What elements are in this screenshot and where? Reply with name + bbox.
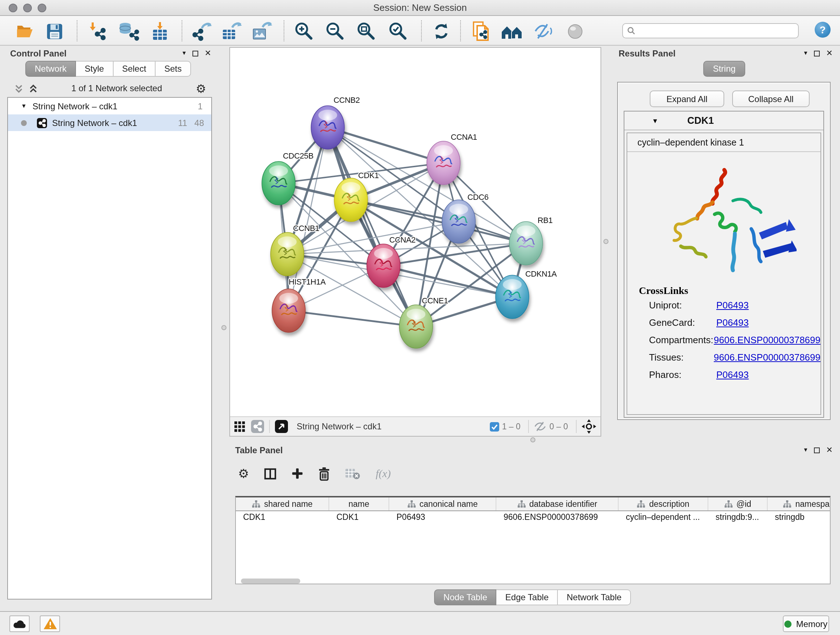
search-field[interactable] bbox=[622, 23, 799, 38]
collapse-all-icon[interactable] bbox=[14, 84, 23, 93]
selected-checkbox-icon[interactable] bbox=[490, 422, 499, 431]
add-column-icon[interactable] bbox=[292, 468, 303, 479]
network-node-CCNB1[interactable] bbox=[271, 233, 304, 276]
cell-namespace[interactable]: stringdb bbox=[767, 511, 831, 525]
network-node-CCNA2[interactable] bbox=[367, 244, 400, 287]
column-header-@id[interactable]: @id bbox=[708, 497, 767, 510]
tab-string[interactable]: String bbox=[704, 61, 745, 77]
cell-canonical-name[interactable]: P06493 bbox=[389, 511, 496, 525]
column-header-shared-name[interactable]: shared name bbox=[236, 497, 329, 510]
horizontal-scrollbar[interactable] bbox=[241, 578, 300, 584]
crosslink-link[interactable]: P06493 bbox=[716, 317, 749, 328]
splitter-handle[interactable] bbox=[603, 239, 608, 244]
panel-close-icon[interactable]: ✕ bbox=[205, 49, 211, 57]
open-session-icon[interactable] bbox=[16, 21, 35, 41]
string-glass-off-icon[interactable] bbox=[533, 21, 554, 41]
edge-CCNB2-CCNE1[interactable] bbox=[328, 127, 416, 326]
collection-expander-icon[interactable]: ▼ bbox=[21, 103, 27, 109]
column-header-canonical-name[interactable]: canonical name bbox=[389, 497, 496, 510]
delete-column-icon[interactable] bbox=[319, 467, 330, 480]
network-node-CDK1[interactable] bbox=[334, 178, 368, 222]
tab-style[interactable]: Style bbox=[76, 61, 113, 77]
network-node-CDKN1A[interactable] bbox=[496, 275, 529, 318]
grid-view-icon[interactable] bbox=[234, 421, 245, 432]
tab-select[interactable]: Select bbox=[113, 61, 156, 77]
panel-menu-icon[interactable]: ▾ bbox=[804, 447, 807, 453]
zoom-fit-icon[interactable] bbox=[356, 21, 376, 41]
cell-@id[interactable]: stringdb:9... bbox=[708, 511, 767, 525]
column-header-description[interactable]: description bbox=[619, 497, 708, 510]
tab-sets[interactable]: Sets bbox=[156, 61, 191, 77]
column-header-name[interactable]: name bbox=[329, 497, 389, 510]
edge-CCNB2-CCNA1[interactable] bbox=[328, 127, 444, 163]
network-node-CCNE1[interactable] bbox=[399, 305, 433, 348]
search-input[interactable] bbox=[638, 25, 794, 36]
network-node-CCNB2[interactable] bbox=[311, 106, 344, 149]
tab-network-table[interactable]: Network Table bbox=[558, 589, 631, 605]
zoom-out-icon[interactable] bbox=[325, 21, 345, 41]
import-table-file-icon[interactable] bbox=[150, 21, 169, 41]
cell-shared-name[interactable]: CDK1 bbox=[236, 511, 329, 525]
network-node-CDC6[interactable] bbox=[442, 200, 475, 243]
tab-node-table[interactable]: Node Table bbox=[434, 589, 497, 605]
cell-description[interactable]: cyclin–dependent ... bbox=[619, 511, 708, 525]
collapse-all-button[interactable]: Collapse All bbox=[732, 90, 810, 107]
string-home-icon[interactable] bbox=[501, 21, 523, 41]
network-row[interactable]: String Network – cdk1 11 48 bbox=[8, 114, 211, 131]
network-canvas[interactable]: CCNB2CCNA1CDC25BCDK1CDC6RB1CCNB1CCNA2CDK… bbox=[230, 48, 600, 416]
show-columns-icon[interactable] bbox=[264, 467, 277, 480]
memory-button[interactable]: Memory bbox=[783, 616, 829, 632]
delete-table-icon[interactable] bbox=[346, 467, 361, 480]
panel-float-icon[interactable] bbox=[814, 447, 820, 453]
export-image-icon[interactable] bbox=[252, 21, 273, 41]
hidden-eye-icon[interactable] bbox=[534, 421, 546, 432]
panel-menu-icon[interactable]: ▾ bbox=[804, 50, 807, 57]
network-node-RB1[interactable] bbox=[509, 222, 543, 265]
panel-float-icon[interactable] bbox=[193, 50, 198, 56]
crosslink-link[interactable]: P06493 bbox=[716, 369, 749, 380]
column-header-database-identifier[interactable]: database identifier bbox=[496, 497, 619, 510]
cloud-status-button[interactable] bbox=[9, 616, 30, 632]
protein-expander-icon[interactable]: ▼ bbox=[652, 117, 658, 124]
zoom-selected-icon[interactable] bbox=[388, 21, 408, 41]
edge-HIST1H1A-CCNE1[interactable] bbox=[289, 310, 416, 326]
save-session-icon[interactable] bbox=[46, 21, 63, 41]
function-builder-icon[interactable]: f(x) bbox=[376, 467, 391, 480]
table-options-gear-icon[interactable]: ⚙ bbox=[238, 467, 249, 480]
crosslink-link[interactable]: 9606.ENSP00000378699 bbox=[714, 352, 821, 363]
panel-close-icon[interactable]: ✕ bbox=[826, 49, 833, 57]
birdseye-toggle-icon[interactable] bbox=[582, 419, 596, 434]
warning-status-button[interactable] bbox=[40, 616, 60, 632]
network-options-gear-icon[interactable]: ⚙ bbox=[196, 81, 206, 95]
network-node-CDC25B[interactable] bbox=[262, 162, 295, 205]
panel-float-icon[interactable] bbox=[814, 50, 820, 56]
share-view-icon[interactable] bbox=[251, 420, 264, 433]
protein-section-header[interactable]: ▼ CDK1 bbox=[624, 111, 823, 130]
import-network-database-icon[interactable] bbox=[118, 21, 140, 41]
refresh-view-icon[interactable] bbox=[431, 21, 452, 41]
detach-view-icon[interactable] bbox=[275, 420, 288, 433]
panel-close-icon[interactable]: ✕ bbox=[826, 446, 833, 454]
help-icon[interactable]: ? bbox=[815, 22, 831, 38]
import-network-file-icon[interactable] bbox=[87, 21, 109, 41]
table-row[interactable]: CDK1CDK1P064939606.ENSP00000378699cyclin… bbox=[236, 511, 830, 525]
string-eye-icon[interactable] bbox=[566, 21, 584, 41]
cell-database-identifier[interactable]: 9606.ENSP00000378699 bbox=[496, 511, 619, 525]
network-node-CCNA1[interactable] bbox=[427, 141, 460, 185]
crosslink-link[interactable]: P06493 bbox=[716, 300, 749, 310]
string-document-icon[interactable] bbox=[472, 21, 491, 41]
crosslink-link[interactable]: 9606.ENSP00000378699 bbox=[714, 334, 821, 345]
cell-name[interactable]: CDK1 bbox=[329, 511, 389, 525]
network-collection-row[interactable]: ▼ String Network – cdk1 1 bbox=[8, 98, 211, 114]
tab-network[interactable]: Network bbox=[25, 61, 76, 77]
network-node-HIST1H1A[interactable] bbox=[272, 289, 305, 333]
column-header-namespace[interactable]: namespace bbox=[767, 497, 831, 510]
expand-all-icon[interactable] bbox=[29, 84, 38, 93]
splitter-handle[interactable] bbox=[531, 437, 535, 442]
node-table[interactable]: shared namenamecanonical namedatabase id… bbox=[235, 496, 831, 584]
expand-all-button[interactable]: Expand All bbox=[650, 90, 724, 107]
export-table-icon[interactable] bbox=[221, 21, 243, 41]
zoom-in-icon[interactable] bbox=[294, 21, 314, 41]
tab-edge-table[interactable]: Edge Table bbox=[497, 589, 558, 605]
splitter-handle[interactable] bbox=[221, 325, 226, 330]
